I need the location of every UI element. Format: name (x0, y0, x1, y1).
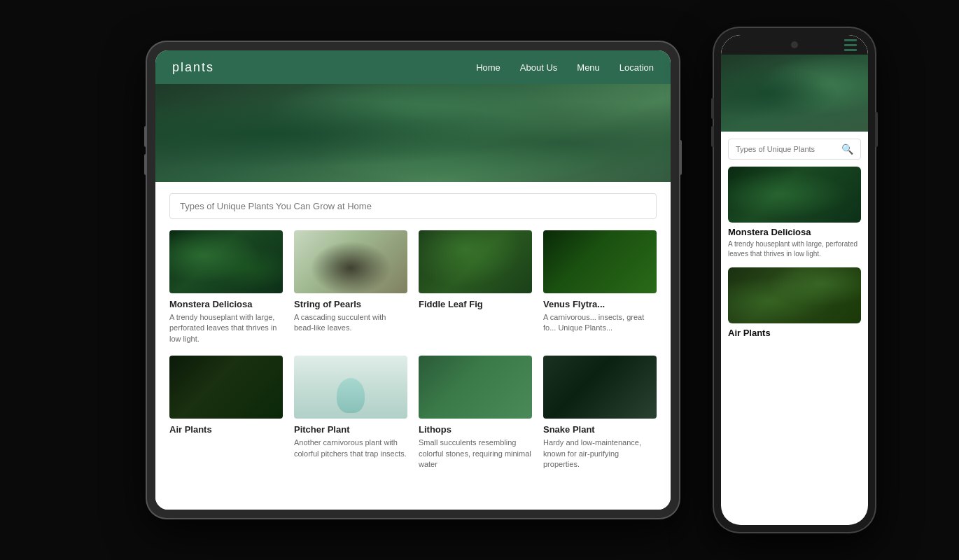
phone-status-bar (721, 35, 868, 55)
phone-plant-list: Monstera Deliciosa A trendy houseplant w… (721, 167, 868, 525)
tablet-device: plants Home About Us Menu Location Monst… (147, 42, 679, 518)
plant-desc-lithops: Small succulents resembling colorful sto… (419, 438, 532, 470)
phone-plant-name-monstera: Monstera Deliciosa (728, 227, 861, 237)
plant-desc-monstera: A trendy houseplant with large, perforat… (169, 312, 283, 344)
plant-card-string: String of Pearls A cascading succulent w… (294, 230, 407, 344)
phone-button-vol-down (711, 126, 714, 147)
plant-desc-venus: A carnivorous... insects, great fo... Un… (543, 312, 657, 334)
plant-card-airplants: Air Plants (169, 356, 283, 470)
hero-image (155, 84, 671, 182)
nav-home[interactable]: Home (476, 62, 500, 73)
tablet-content: Monstera Deliciosa A trendy houseplant w… (155, 182, 671, 510)
nav-location[interactable]: Location (620, 62, 654, 73)
phone-screen: 🔍 Monstera Deliciosa A trendy houseplant… (721, 35, 868, 525)
plant-name-monstera: Monstera Deliciosa (169, 299, 283, 309)
phone-hero (721, 55, 868, 132)
phone-button-vol-up (711, 98, 714, 119)
tablet-hero (155, 84, 671, 182)
plant-name-venus: Venus Flytra... (543, 299, 657, 309)
phone-search-wrapper: 🔍 (728, 139, 861, 160)
plant-card-lithops: Lithops Small succulents resembling colo… (419, 356, 532, 470)
plant-img-lithops (419, 356, 532, 419)
nav-menu[interactable]: Menu (577, 62, 600, 73)
plant-desc-string: A cascading succulent with bead-like lea… (294, 312, 407, 334)
plant-card-venus: Venus Flytra... A carnivorous... insects… (543, 230, 657, 344)
nav-logo: plants (172, 60, 214, 75)
tablet-screen: plants Home About Us Menu Location Monst… (155, 50, 671, 510)
plant-card-pitcher: Pitcher Plant Another carnivorous plant … (294, 356, 407, 470)
tablet-button-vol-up (144, 126, 147, 147)
plant-img-pitcher (294, 356, 407, 419)
plant-img-venus (543, 230, 657, 293)
phone-plant-item-airplants: Air Plants (728, 267, 861, 338)
search-icon: 🔍 (841, 144, 853, 155)
plant-card-snake: Snake Plant Hardy and low-maintenance, k… (543, 356, 657, 470)
tablet-search-input[interactable] (169, 193, 657, 219)
nav-about[interactable]: About Us (520, 62, 557, 73)
phone-search-input[interactable] (736, 145, 837, 153)
plant-img-airplants (169, 356, 283, 419)
plant-name-airplants: Air Plants (169, 424, 283, 435)
plant-name-string: String of Pearls (294, 299, 407, 309)
tablet-button-vol-down (144, 154, 147, 175)
plant-desc-snake: Hardy and low-maintenance, known for air… (543, 438, 657, 470)
nav-links: Home About Us Menu Location (476, 62, 654, 73)
plant-img-snake (543, 356, 657, 419)
phone-menu-icon[interactable] (844, 39, 857, 51)
plant-name-fiddle: Fiddle Leaf Fig (419, 299, 532, 309)
plant-img-fiddle (419, 230, 532, 293)
phone-plant-img-airplants (728, 267, 861, 323)
phone-device: 🔍 Monstera Deliciosa A trendy houseplant… (714, 28, 875, 532)
phone-plant-item-monstera: Monstera Deliciosa A trendy houseplant w… (728, 167, 861, 259)
phone-hero-image (721, 55, 868, 132)
phone-plant-img-monstera (728, 167, 861, 223)
tablet-nav: plants Home About Us Menu Location (155, 50, 671, 84)
plant-name-lithops: Lithops (419, 424, 532, 435)
plant-img-string (294, 230, 407, 293)
phone-camera-cutout (791, 41, 798, 48)
plant-desc-pitcher: Another carnivorous plant with colorful … (294, 438, 407, 459)
phone-plant-name-airplants: Air Plants (728, 328, 861, 338)
plant-card-fiddle: Fiddle Leaf Fig (419, 230, 532, 344)
plant-name-pitcher: Pitcher Plant (294, 424, 407, 435)
tablet-plant-grid: Monstera Deliciosa A trendy houseplant w… (169, 230, 657, 470)
phone-search-area: 🔍 (721, 132, 868, 167)
plant-img-monstera (169, 230, 283, 293)
phone-plant-desc-monstera: A trendy houseplant with large, perforat… (728, 239, 861, 259)
phone-button-power (875, 112, 878, 147)
tablet-button-power (679, 140, 682, 175)
plant-name-snake: Snake Plant (543, 424, 657, 435)
plant-card-monstera: Monstera Deliciosa A trendy houseplant w… (169, 230, 283, 344)
